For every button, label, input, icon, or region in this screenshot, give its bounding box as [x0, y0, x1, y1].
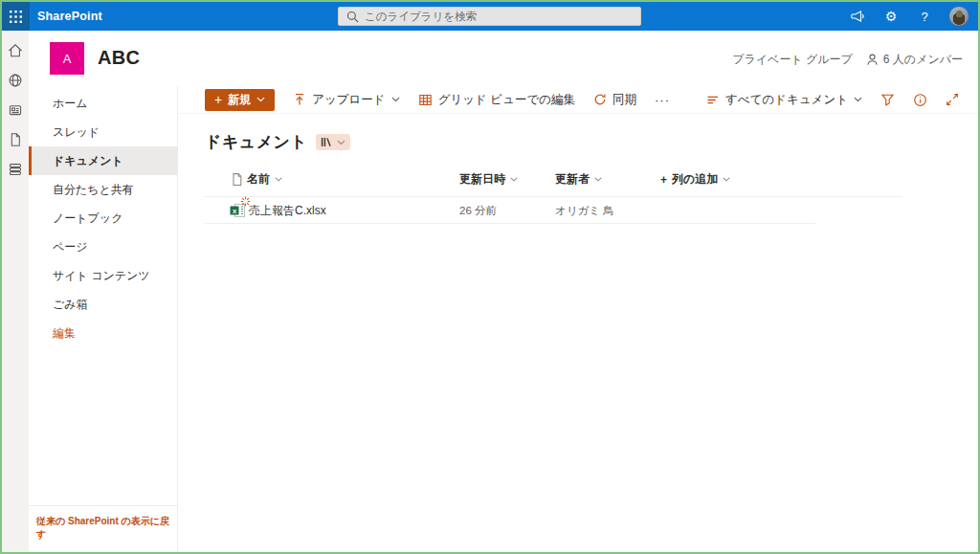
documents-icon[interactable]: [7, 131, 24, 148]
grid-view-edit-button[interactable]: グリッド ビューでの編集: [418, 92, 575, 108]
site-header: A ABC プライベート グループ 6 人のメンバー: [29, 31, 978, 86]
classic-sharepoint-link[interactable]: 従来の SharePoint の表示に戻す: [29, 505, 177, 552]
expand-diagonal-icon: [946, 93, 959, 106]
more-commands-button[interactable]: ···: [655, 93, 670, 107]
library-icon[interactable]: [7, 161, 24, 178]
privacy-label: プライベート グループ: [732, 52, 853, 68]
upload-icon: [293, 93, 306, 106]
info-button[interactable]: [913, 93, 927, 107]
sync-button[interactable]: 同期: [593, 92, 636, 108]
page-icon: [230, 172, 244, 187]
column-header-modified[interactable]: 更新日時: [459, 171, 555, 188]
site-nav: ホーム スレッド ドキュメント 自分たちと共有 ノートブック ページ サイト コ…: [29, 86, 178, 552]
fullscreen-button[interactable]: [946, 93, 959, 106]
chevron-down-icon: [337, 140, 345, 145]
new-button[interactable]: + 新規: [205, 89, 275, 111]
waffle-icon: [10, 11, 22, 23]
file-modified-by[interactable]: オリガミ 鳥: [555, 204, 660, 218]
file-modified-time: 26 分前: [459, 204, 555, 218]
nav-item-notebook[interactable]: ノートブック: [29, 204, 177, 233]
sync-icon: [593, 93, 607, 106]
nav-item-shared-with-us[interactable]: 自分たちと共有: [29, 175, 177, 204]
settings-gear-icon[interactable]: ⚙: [881, 7, 901, 26]
column-header-modified-by[interactable]: 更新者: [555, 171, 660, 188]
library-title: ドキュメント: [205, 131, 307, 153]
search-input[interactable]: [365, 11, 640, 22]
filter-button[interactable]: [880, 93, 895, 106]
sharepoint-page: SharePoint ⚙ ?: [0, 0, 980, 554]
info-icon: [913, 93, 927, 107]
view-selector-button[interactable]: すべてのドキュメント: [706, 92, 862, 108]
site-logo[interactable]: A: [50, 42, 84, 75]
suite-bar: SharePoint ⚙ ?: [2, 2, 978, 31]
nav-item-conversations[interactable]: スレッド: [29, 118, 177, 146]
plus-icon: +: [214, 93, 222, 106]
nav-item-edit[interactable]: 編集: [29, 319, 177, 347]
person-icon: [865, 53, 880, 67]
chevron-down-icon: [594, 177, 602, 182]
column-header-name[interactable]: 名前: [247, 171, 459, 188]
file-type-column-header: [205, 172, 247, 187]
nav-item-documents[interactable]: ドキュメント: [29, 146, 177, 175]
nav-item-home[interactable]: ホーム: [29, 89, 177, 118]
funnel-icon: [880, 93, 895, 106]
view-list-icon: [706, 94, 720, 106]
search-box[interactable]: [338, 7, 641, 26]
library-content: + 新規 アップロード グリッド ビューでの編集: [179, 86, 978, 552]
file-row[interactable]: x 売上報告C.xlsx 26 分前 オリガミ 鳥: [205, 197, 902, 224]
app-launcher-button[interactable]: [2, 2, 30, 31]
chevron-down-icon: [854, 97, 862, 102]
site-title: ABC: [98, 47, 140, 69]
megaphone-icon[interactable]: [848, 7, 867, 26]
help-icon[interactable]: ?: [915, 7, 934, 26]
file-name-link[interactable]: 売上報告C.xlsx: [247, 203, 326, 219]
globe-icon[interactable]: [7, 72, 24, 89]
app-title: SharePoint: [37, 2, 102, 31]
document-list: 名前 更新日時 更新者 + 列の追加: [205, 163, 902, 224]
command-bar: + 新規 アップロード グリッド ビューでの編集: [179, 86, 978, 114]
chevron-down-icon: [510, 177, 518, 182]
nav-item-site-contents[interactable]: サイト コンテンツ: [29, 261, 177, 290]
chevron-down-icon: [391, 97, 400, 102]
upload-button[interactable]: アップロード: [293, 92, 399, 108]
chevron-down-icon: [256, 97, 265, 102]
app-rail: [2, 31, 29, 552]
news-icon[interactable]: [7, 101, 24, 119]
list-header-row: 名前 更新日時 更新者 + 列の追加: [205, 163, 902, 197]
nav-item-recycle-bin[interactable]: ごみ箱: [29, 290, 177, 319]
nav-item-pages[interactable]: ページ: [29, 233, 177, 261]
new-item-icon: [240, 196, 251, 207]
search-icon: [346, 11, 359, 23]
chevron-down-icon: [723, 177, 730, 182]
grid-icon: [418, 93, 433, 107]
books-icon: [321, 137, 333, 147]
account-avatar[interactable]: [948, 6, 969, 27]
add-column-button[interactable]: + 列の追加: [660, 171, 730, 188]
members-button[interactable]: 6 人のメンバー: [865, 52, 963, 68]
members-label: 6 人のメンバー: [883, 52, 963, 68]
home-icon[interactable]: [7, 42, 24, 59]
library-type-badge[interactable]: [316, 134, 350, 150]
chevron-down-icon: [275, 177, 282, 182]
